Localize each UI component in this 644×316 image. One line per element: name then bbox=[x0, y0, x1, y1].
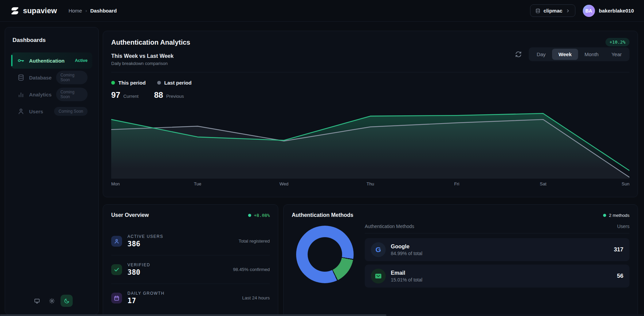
range-week-button[interactable]: Week bbox=[552, 49, 578, 60]
sidebar-item-analytics[interactable]: Analytics Coming Soon bbox=[11, 86, 92, 103]
range-month-button[interactable]: Month bbox=[578, 49, 605, 60]
axis-label: Tue bbox=[194, 181, 201, 186]
user-menu[interactable]: BA bakerblake010 bbox=[583, 5, 634, 17]
stat-note: Total registered bbox=[239, 239, 270, 244]
breadcrumb: Home › Dashboard bbox=[69, 8, 117, 14]
growth-badge: +10.2% bbox=[605, 38, 629, 46]
chart-legend: This period Last period bbox=[111, 80, 192, 86]
previous-stat: 88 Previous bbox=[154, 90, 184, 100]
chevron-right-icon bbox=[566, 8, 570, 13]
card-title: Authentication Analytics bbox=[111, 39, 629, 46]
method-share: 84.99% of total bbox=[391, 251, 609, 256]
theme-switcher bbox=[5, 295, 98, 307]
theme-light-button[interactable] bbox=[46, 295, 58, 307]
sidebar-item-label: Users bbox=[29, 109, 50, 114]
legend-dot-gray bbox=[157, 81, 161, 85]
axis-label: Sun bbox=[622, 181, 629, 186]
card-title: User Overview bbox=[111, 212, 270, 218]
key-icon bbox=[17, 57, 25, 64]
supaview-logo-icon bbox=[10, 6, 20, 16]
coming-soon-badge: Coming Soon bbox=[54, 107, 88, 116]
stat-note: 98.45% confirmed bbox=[233, 267, 270, 272]
method-name: Email bbox=[391, 270, 612, 276]
chevron-right-icon: › bbox=[86, 8, 87, 13]
card-title: Authentication Methods bbox=[292, 212, 629, 218]
axis-label: Sat bbox=[540, 181, 547, 186]
table-row-email[interactable]: Email 15.01% of total 56 bbox=[365, 265, 629, 288]
stat-label: DAILY GROWTH bbox=[127, 291, 237, 296]
axis-label: Thu bbox=[366, 181, 374, 186]
methods-table: Authentication Methods Users G Google 84… bbox=[365, 224, 629, 288]
range-year-button[interactable]: Year bbox=[605, 49, 628, 60]
authentication-methods-card: Authentication Methods 2 methods Authent… bbox=[283, 204, 638, 316]
breadcrumb-current: Dashboard bbox=[90, 8, 117, 14]
method-users: 317 bbox=[614, 246, 623, 253]
coming-soon-badge: Coming Soon bbox=[56, 88, 88, 101]
current-value: 97 bbox=[111, 90, 120, 100]
email-icon bbox=[371, 269, 386, 284]
database-icon bbox=[17, 74, 25, 81]
sidebar-title: Dashboards bbox=[13, 37, 92, 44]
green-dot-icon bbox=[248, 214, 251, 217]
current-stat: 97 Current bbox=[111, 90, 139, 100]
x-axis-labels: Mon Tue Wed Thu Fri Sat Sun bbox=[111, 181, 629, 187]
legend-this-period: This period bbox=[111, 80, 146, 86]
stat-row-active-users: ACTIVE USERS 386 Total registered bbox=[111, 227, 270, 255]
legend-dot-green bbox=[111, 81, 115, 85]
table-row-google[interactable]: G Google 84.99% of total 317 bbox=[365, 238, 629, 261]
authentication-analytics-card: Authentication Analytics +10.2% This Wee… bbox=[103, 31, 638, 197]
theme-system-button[interactable] bbox=[31, 295, 43, 307]
method-name: Google bbox=[391, 244, 609, 250]
sidebar: Dashboards Authentication Active bbox=[5, 27, 99, 315]
google-icon: G bbox=[371, 242, 386, 257]
horizontal-scrollbar bbox=[0, 314, 644, 316]
coming-soon-badge: Coming Soon bbox=[56, 71, 88, 84]
growth-indicator: +8.08% bbox=[248, 213, 270, 218]
stat-note: Last 24 hours bbox=[242, 295, 270, 300]
axis-label: Fri bbox=[454, 181, 459, 186]
stat-row-verified: VERIFIED 380 98.45% confirmed bbox=[111, 255, 270, 284]
divider bbox=[111, 72, 629, 72]
trend-chart bbox=[111, 109, 629, 179]
sun-icon bbox=[49, 298, 55, 304]
donut-hole bbox=[308, 237, 342, 272]
stat-value: 380 bbox=[127, 268, 228, 276]
current-label: Current bbox=[123, 94, 139, 99]
project-selector-button[interactable]: clipmac bbox=[530, 4, 575, 17]
range-segmented-control: Day Week Month Year bbox=[529, 47, 629, 61]
sidebar-item-authentication[interactable]: Authentication Active bbox=[11, 52, 92, 69]
methods-count-indicator: 2 methods bbox=[603, 213, 629, 218]
sidebar-item-label: Authentication bbox=[29, 58, 70, 64]
moon-icon bbox=[64, 298, 70, 304]
check-icon bbox=[111, 264, 122, 275]
sidebar-item-database[interactable]: Database Coming Soon bbox=[11, 69, 92, 86]
axis-label: Wed bbox=[280, 181, 289, 186]
sidebar-item-label: Database bbox=[29, 75, 52, 81]
bar-chart-icon bbox=[17, 91, 25, 98]
theme-dark-button[interactable] bbox=[61, 295, 73, 307]
stat-label: ACTIVE USERS bbox=[127, 234, 233, 239]
brand-logo[interactable]: supaview bbox=[10, 6, 57, 16]
breadcrumb-home-link[interactable]: Home bbox=[69, 8, 82, 14]
top-bar: supaview Home › Dashboard clipmac bbox=[0, 0, 644, 22]
method-share: 15.01% of total bbox=[391, 277, 612, 283]
stat-value: 386 bbox=[127, 240, 233, 248]
monitor-icon bbox=[34, 298, 40, 304]
dashboard-app: supaview Home › Dashboard clipmac bbox=[0, 0, 644, 316]
stat-label: VERIFIED bbox=[127, 263, 228, 267]
table-header-methods: Authentication Methods bbox=[365, 224, 414, 229]
method-users: 56 bbox=[617, 273, 623, 279]
brand-name: supaview bbox=[23, 6, 57, 15]
scrollbar-thumb[interactable] bbox=[0, 314, 386, 316]
user-overview-card: User Overview +8.08% ACTIVE USERS 386 To… bbox=[103, 204, 278, 316]
table-header-users: Users bbox=[617, 224, 629, 229]
period-stats: 97 Current 88 Previous bbox=[111, 90, 184, 100]
sidebar-item-users[interactable]: Users Coming Soon bbox=[11, 103, 92, 119]
stat-value: 17 bbox=[127, 297, 237, 305]
legend-label: Last period bbox=[164, 80, 192, 86]
range-day-button[interactable]: Day bbox=[530, 49, 552, 60]
refresh-button[interactable] bbox=[515, 51, 522, 58]
refresh-icon bbox=[515, 51, 522, 58]
user-icon bbox=[17, 108, 25, 115]
previous-value: 88 bbox=[154, 90, 163, 100]
